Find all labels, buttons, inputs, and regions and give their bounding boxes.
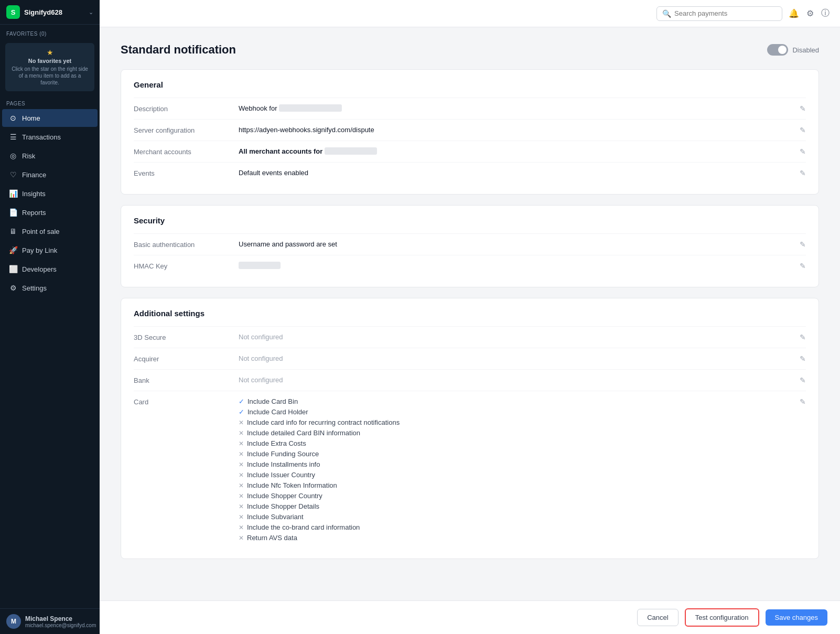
footer-email: michael.spence@signifyd.com bbox=[25, 622, 96, 628]
acquirer-edit-icon[interactable]: ✎ bbox=[793, 354, 806, 363]
bank-label: Bank bbox=[134, 376, 239, 384]
test-configuration-button[interactable]: Test configuration bbox=[685, 608, 759, 627]
general-card: General Description Webhook for ✎ Server… bbox=[121, 69, 819, 195]
events-edit-icon[interactable]: ✎ bbox=[793, 169, 806, 177]
x-icon: ✕ bbox=[239, 524, 244, 531]
card-item-detailed-bin: ✕ Include detailed Card BIN information bbox=[239, 429, 793, 437]
merchant-accounts-value: All merchant accounts for bbox=[239, 147, 793, 155]
x-icon: ✕ bbox=[239, 482, 244, 489]
sidebar-item-label: Transactions bbox=[22, 133, 61, 141]
card-label: Card bbox=[134, 397, 239, 406]
sidebar-item-insights[interactable]: 📊 Insights bbox=[2, 185, 98, 202]
general-title: General bbox=[134, 80, 806, 89]
x-icon: ✕ bbox=[239, 471, 244, 479]
pos-icon: 🖥 bbox=[8, 227, 18, 236]
card-item-nfc-token: ✕ Include Nfc Token Information bbox=[239, 481, 793, 489]
3d-secure-edit-icon[interactable]: ✎ bbox=[793, 333, 806, 341]
star-icon: ★ bbox=[10, 48, 89, 57]
toggle-row: Disabled bbox=[767, 44, 819, 56]
sidebar-item-label: Insights bbox=[22, 190, 46, 198]
gear-icon[interactable]: ⚙ bbox=[806, 8, 814, 18]
bank-value: Not configured bbox=[239, 376, 793, 384]
sidebar-item-home[interactable]: ⊙ Home bbox=[2, 109, 98, 127]
server-config-edit-icon[interactable]: ✎ bbox=[793, 126, 806, 134]
topbar-icons: 🔔 ⚙ ⓘ bbox=[789, 8, 830, 19]
events-label: Events bbox=[134, 169, 239, 177]
card-item-funding-source: ✕ Include Funding Source bbox=[239, 450, 793, 458]
x-icon: ✕ bbox=[239, 513, 244, 521]
sidebar-item-transactions[interactable]: ☰ Transactions bbox=[2, 128, 98, 146]
sidebar-item-point-of-sale[interactable]: 🖥 Point of sale bbox=[2, 222, 98, 240]
merchant-placeholder bbox=[325, 147, 377, 155]
sidebar-item-developers[interactable]: ⬜ Developers bbox=[2, 260, 98, 278]
footer-name: Michael Spence bbox=[25, 615, 96, 622]
avatar: M bbox=[6, 614, 21, 629]
check-icon: ✓ bbox=[239, 408, 244, 416]
sidebar-item-label: Pay by Link bbox=[22, 246, 57, 254]
sidebar-item-label: Reports bbox=[22, 209, 46, 217]
sidebar-item-risk[interactable]: ◎ Risk bbox=[2, 147, 98, 165]
hmac-key-label: HMAC Key bbox=[134, 262, 239, 270]
search-wrapper[interactable]: 🔍 bbox=[656, 6, 782, 21]
favorites-box: ★ No favorites yet Click on the star on … bbox=[5, 43, 94, 91]
sidebar-item-finance[interactable]: ♡ Finance bbox=[2, 166, 98, 184]
additional-settings-title: Additional settings bbox=[134, 309, 806, 318]
x-icon: ✕ bbox=[239, 429, 244, 437]
basic-auth-edit-icon[interactable]: ✎ bbox=[793, 240, 806, 249]
bottom-bar: Cancel Test configuration Save changes bbox=[100, 600, 840, 634]
company-name: Signifyd628 bbox=[24, 8, 89, 16]
bank-edit-icon[interactable]: ✎ bbox=[793, 376, 806, 384]
merchant-accounts-label: Merchant accounts bbox=[134, 147, 239, 156]
card-item-installments: ✕ Include Installments info bbox=[239, 460, 793, 468]
notification-toggle[interactable] bbox=[767, 44, 788, 56]
sidebar-item-label: Finance bbox=[22, 171, 46, 179]
search-input[interactable] bbox=[674, 9, 777, 17]
merchant-accounts-edit-icon[interactable]: ✎ bbox=[793, 147, 806, 156]
bell-icon[interactable]: 🔔 bbox=[789, 8, 799, 18]
chevron-down-icon: ⌄ bbox=[89, 9, 93, 16]
card-item-shopper-country: ✕ Include Shopper Country bbox=[239, 492, 793, 500]
server-config-label: Server configuration bbox=[134, 126, 239, 134]
sidebar-footer: M Michael Spence michael.spence@signifyd… bbox=[0, 608, 100, 634]
sidebar-item-label: Point of sale bbox=[22, 228, 60, 235]
insights-icon: 📊 bbox=[8, 189, 18, 198]
page-header: Standard notification Disabled bbox=[121, 43, 819, 57]
favorites-subtitle: Click on the star on the right side of a… bbox=[10, 66, 89, 86]
help-icon[interactable]: ⓘ bbox=[821, 8, 830, 19]
field-description: Description Webhook for ✎ bbox=[134, 98, 806, 119]
transactions-icon: ☰ bbox=[8, 132, 18, 142]
field-bank: Bank Not configured ✎ bbox=[134, 369, 806, 391]
sidebar-item-settings[interactable]: ⚙ Settings bbox=[2, 279, 98, 297]
field-server-config: Server configuration https://adyen-webho… bbox=[134, 119, 806, 141]
page-title: Standard notification bbox=[121, 43, 236, 57]
field-hmac-key: HMAC Key ✎ bbox=[134, 255, 806, 276]
description-value: Webhook for bbox=[239, 104, 793, 112]
security-title: Security bbox=[134, 216, 806, 225]
field-merchant-accounts: Merchant accounts All merchant accounts … bbox=[134, 141, 806, 162]
toggle-label: Disabled bbox=[792, 46, 819, 54]
save-changes-button[interactable]: Save changes bbox=[766, 609, 827, 626]
3d-secure-label: 3D Secure bbox=[134, 333, 239, 341]
reports-icon: 📄 bbox=[8, 208, 18, 217]
basic-auth-label: Basic authentication bbox=[134, 240, 239, 249]
x-icon: ✕ bbox=[239, 503, 244, 510]
field-acquirer: Acquirer Not configured ✎ bbox=[134, 348, 806, 369]
events-value: Default events enabled bbox=[239, 169, 793, 177]
description-edit-icon[interactable]: ✎ bbox=[793, 104, 806, 113]
acquirer-value: Not configured bbox=[239, 354, 793, 362]
sidebar-item-reports[interactable]: 📄 Reports bbox=[2, 203, 98, 221]
sidebar-item-label: Developers bbox=[22, 265, 57, 273]
risk-icon: ◎ bbox=[8, 151, 18, 160]
card-item-issuer-country: ✕ Include Issuer Country bbox=[239, 471, 793, 479]
field-basic-auth: Basic authentication Username and passwo… bbox=[134, 233, 806, 255]
card-item-include-bin: ✓ Include Card Bin bbox=[239, 397, 793, 405]
field-card: Card ✓ Include Card Bin ✓ Include Card H… bbox=[134, 391, 806, 548]
additional-settings-card: Additional settings 3D Secure Not config… bbox=[121, 298, 819, 559]
sidebar-header[interactable]: S Signifyd628 ⌄ bbox=[0, 0, 100, 25]
home-icon: ⊙ bbox=[8, 113, 18, 123]
hmac-key-edit-icon[interactable]: ✎ bbox=[793, 262, 806, 270]
card-edit-icon[interactable]: ✎ bbox=[793, 397, 806, 406]
sidebar-item-pay-by-link[interactable]: 🚀 Pay by Link bbox=[2, 241, 98, 259]
cancel-button[interactable]: Cancel bbox=[637, 609, 678, 626]
sidebar-item-label: Home bbox=[22, 114, 40, 122]
